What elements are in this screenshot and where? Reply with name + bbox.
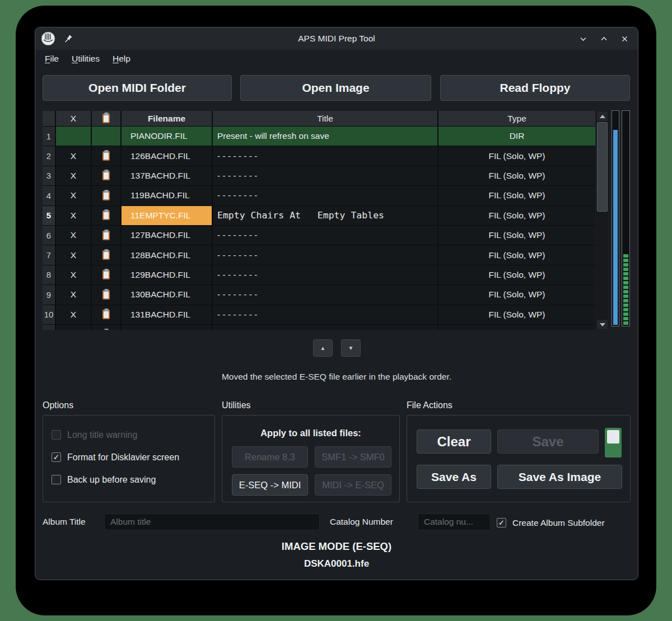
table-row[interactable]: 3 X 137BACHD.FIL - - - - - - - - FIL (So… xyxy=(43,166,595,186)
table-row[interactable]: 9 X 130BACHD.FIL - - - - - - - - FIL (So… xyxy=(43,285,595,305)
cell-type[interactable]: FIL (Solo, WP) xyxy=(438,146,595,166)
scrollbar-thumb[interactable] xyxy=(597,122,608,212)
checkbox-checked[interactable]: ✓ xyxy=(497,518,506,527)
create-album-subfolder-checkbox-row[interactable]: ✓ Create Album Subfolder xyxy=(497,517,605,529)
table-row[interactable]: 6 X 127BACHD.FIL - - - - - - - - FIL (So… xyxy=(43,226,595,245)
cell-filename[interactable]: 137BACHD.FIL xyxy=(122,166,213,186)
table-row[interactable]: 2 X 126BACHD.FIL - - - - - - - - FIL (So… xyxy=(43,146,595,166)
cell-type[interactable]: FIL (Solo, WP) xyxy=(438,305,595,325)
row-number[interactable]: 8 xyxy=(43,265,56,285)
cell-type[interactable]: FIL (Solo, WP) xyxy=(438,265,595,285)
cell-x[interactable]: X xyxy=(56,285,92,305)
cell-x[interactable]: X xyxy=(56,305,92,325)
cell-title[interactable]: - - - - - - - - xyxy=(213,245,438,265)
cell-filename[interactable]: PIANODIR.FIL xyxy=(122,127,213,146)
save-button[interactable]: Save xyxy=(497,429,599,454)
cell-clipboard[interactable] xyxy=(92,206,122,226)
cell-type[interactable]: FIL (Solo, WP) xyxy=(438,285,595,305)
move-down-button[interactable]: ▼ xyxy=(341,339,361,357)
backup-before-saving-checkbox-row[interactable]: Back up before saving xyxy=(52,474,214,485)
header-x[interactable]: X xyxy=(56,111,92,127)
row-number[interactable]: 4 xyxy=(43,186,56,206)
row-number[interactable]: 2 xyxy=(43,146,56,166)
read-floppy-button[interactable]: Read Floppy xyxy=(440,75,630,101)
cell-clipboard[interactable] xyxy=(92,265,122,285)
cell-clipboard[interactable] xyxy=(92,305,122,325)
cell-filename-selected[interactable]: 11EMPTYC.FIL xyxy=(122,206,213,226)
cell-x[interactable]: X xyxy=(56,226,92,245)
cell-x[interactable]: X xyxy=(56,146,92,166)
row-number[interactable]: 3 xyxy=(43,166,56,186)
row-number[interactable]: 9 xyxy=(43,285,56,305)
close-icon[interactable] xyxy=(620,35,629,43)
cell-title[interactable]: - - - - - - - - xyxy=(213,186,438,206)
cell-clipboard[interactable] xyxy=(92,285,122,305)
table-row-partial[interactable] xyxy=(43,325,595,330)
table-row[interactable]: 1 PIANODIR.FIL Present - will refresh on… xyxy=(43,127,595,146)
cell-type[interactable]: DIR xyxy=(438,127,595,146)
cell-x[interactable]: X xyxy=(56,186,92,206)
catalog-number-input[interactable] xyxy=(418,513,491,530)
cell-title[interactable]: - - - - - - - - xyxy=(213,285,438,305)
menu-help[interactable]: Help xyxy=(113,54,130,64)
row-number[interactable]: 6 xyxy=(43,226,56,245)
menu-file[interactable]: File xyxy=(45,54,59,64)
cell-type[interactable]: FIL (Solo, WP) xyxy=(438,245,595,265)
cell-x[interactable]: X xyxy=(56,245,92,265)
table-row[interactable]: 8 X 129BACHD.FIL - - - - - - - - FIL (So… xyxy=(43,265,595,285)
cell-filename[interactable]: 129BACHD.FIL xyxy=(122,265,213,285)
smf1-to-smf0-button[interactable]: SMF1 -> SMF0 xyxy=(315,446,391,468)
midi-to-eseq-button[interactable]: MIDI -> E-SEQ xyxy=(315,474,391,496)
cell-type[interactable]: FIL (Solo, WP) xyxy=(438,206,595,226)
cell-filename[interactable]: 130BACHD.FIL xyxy=(122,285,213,305)
cell-x[interactable] xyxy=(56,127,92,146)
long-title-warning-checkbox-row[interactable]: Long title warning xyxy=(52,429,214,441)
header-clipboard[interactable] xyxy=(92,111,122,127)
move-up-button[interactable]: ▲ xyxy=(313,339,333,357)
rename-83-button[interactable]: Rename 8.3 xyxy=(232,446,308,468)
cell-title[interactable]: - - - - - - - - xyxy=(213,265,438,285)
cell-x[interactable]: X xyxy=(56,206,92,226)
row-number[interactable]: 10 xyxy=(43,305,56,325)
checkbox-unchecked-disabled[interactable] xyxy=(52,430,61,440)
checkbox-checked[interactable]: ✓ xyxy=(52,452,61,462)
header-type[interactable]: Type xyxy=(438,111,595,127)
row-number[interactable]: 7 xyxy=(43,245,56,265)
open-image-button[interactable]: Open Image xyxy=(240,75,431,101)
cell-x[interactable]: X xyxy=(56,166,92,186)
album-title-input[interactable] xyxy=(104,513,320,530)
cell-title[interactable]: - - - - - - - - xyxy=(213,166,438,186)
cell-title[interactable]: - - - - - - - - xyxy=(213,226,438,245)
minimize-icon[interactable] xyxy=(579,35,587,43)
row-number[interactable]: 5 xyxy=(43,206,56,226)
cell-x[interactable]: X xyxy=(56,265,92,285)
cell-clipboard[interactable] xyxy=(92,186,122,206)
table-scrollbar[interactable] xyxy=(596,111,609,330)
cell-filename[interactable]: 131BACHD.FIL xyxy=(122,305,213,325)
cell-type[interactable]: FIL (Solo, WP) xyxy=(438,186,595,206)
header-title[interactable]: Title xyxy=(213,111,438,127)
table-row-selected[interactable]: 5 X 11EMPTYC.FIL Empty Chairs At Empty T… xyxy=(43,206,595,226)
scroll-down-button[interactable] xyxy=(597,320,608,329)
cell-clipboard[interactable] xyxy=(92,127,122,146)
cell-filename[interactable]: 126BACHD.FIL xyxy=(122,146,213,166)
cell-clipboard[interactable] xyxy=(92,146,122,166)
open-midi-folder-button[interactable]: Open MIDI Folder xyxy=(43,75,232,101)
cell-title[interactable]: - - - - - - - - xyxy=(213,305,438,325)
table-row[interactable]: 7 X 128BACHD.FIL - - - - - - - - FIL (So… xyxy=(43,245,595,265)
maximize-icon[interactable] xyxy=(600,35,608,43)
cell-title[interactable]: Empty Chairs At Empty Tables xyxy=(213,206,438,226)
clear-button[interactable]: Clear xyxy=(417,429,491,454)
save-as-button[interactable]: Save As xyxy=(417,465,491,489)
cell-type[interactable]: FIL (Solo, WP) xyxy=(438,166,595,186)
header-filename[interactable]: Filename xyxy=(122,111,213,127)
cell-clipboard[interactable] xyxy=(92,166,122,186)
cell-title[interactable]: - - - - - - - - xyxy=(213,146,438,166)
cell-title[interactable]: Present - will refresh on save xyxy=(213,127,438,146)
cell-type[interactable]: FIL (Solo, WP) xyxy=(438,226,595,245)
cell-filename[interactable]: 128BACHD.FIL xyxy=(122,245,213,265)
cell-filename[interactable]: 119BACHD.FIL xyxy=(122,186,213,206)
save-as-image-button[interactable]: Save As Image xyxy=(497,465,622,489)
format-disklavier-checkbox-row[interactable]: ✓ Format for Disklavier screen xyxy=(52,451,214,463)
table-row[interactable]: 10 X 131BACHD.FIL - - - - - - - - FIL (S… xyxy=(43,305,595,325)
